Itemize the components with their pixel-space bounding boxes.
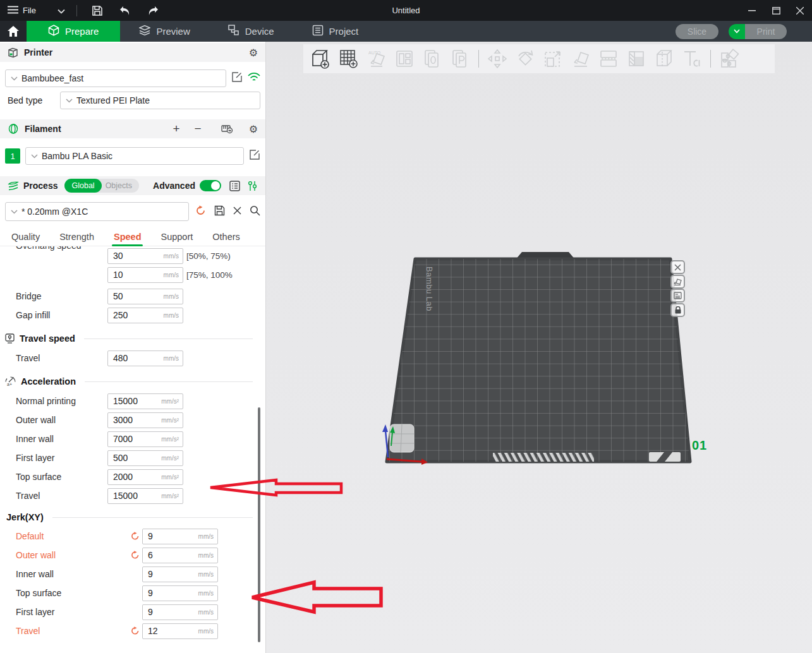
tab-device[interactable]: Device [209, 21, 293, 42]
close-button[interactable] [788, 0, 812, 21]
remove-filament-icon[interactable]: − [195, 122, 202, 136]
tab-support[interactable]: Support [161, 232, 193, 242]
filament-section-header: Filament + − ⚙ [0, 119, 265, 138]
gap-infill-input[interactable]: 250 mm/s [107, 308, 183, 323]
redo-button[interactable] [144, 3, 162, 18]
maximize-button[interactable] [764, 0, 788, 21]
undo-button[interactable] [116, 3, 134, 18]
printer-preset-value: Bambubee_fast [21, 73, 83, 83]
jerk-section: Jerk(XY) [0, 508, 265, 527]
accel-top-surface-row: Top surface 2000mm/s² [0, 467, 265, 486]
search-preset-icon[interactable] [250, 205, 260, 219]
travel-speed-section: Travel speed [0, 328, 265, 349]
advanced-label: Advanced [153, 181, 195, 191]
tab-prepare[interactable]: Prepare [27, 21, 120, 42]
tab-label: Prepare [65, 26, 99, 37]
overhang-speed-row-2: 10 mm/s [75%, 100% [0, 265, 265, 284]
bed-type-label: Bed type [8, 95, 60, 105]
travel-speed-input[interactable]: 480 mm/s [107, 350, 183, 366]
printer-icon [8, 47, 18, 58]
slice-button[interactable]: Slice [676, 24, 718, 39]
accel-outer-wall-row: Outer wall 3000mm/s² [0, 410, 265, 429]
jerk-first-layer-row: First layer 9mm/s [0, 602, 265, 621]
jerk-outer-wall-row: Outer wall 6mm/s [0, 546, 265, 565]
print-button[interactable]: Print [745, 24, 787, 39]
svg-text:a+: a+ [7, 382, 12, 386]
plate-settings-button[interactable] [670, 289, 685, 303]
accel-inner-wall-input[interactable]: 7000mm/s² [107, 431, 183, 447]
accel-normal-input[interactable]: 15000mm/s² [107, 393, 183, 409]
reset-jerk-default-icon[interactable] [128, 532, 142, 541]
tab-speed[interactable]: Speed [114, 232, 142, 242]
plate-hatch-mark [493, 453, 594, 462]
scope-global[interactable]: Global [64, 179, 101, 193]
filament-slot-badge[interactable]: 1 [5, 148, 20, 164]
acceleration-section: a+ Acceleration [0, 371, 265, 392]
jerk-top-surface-input[interactable]: 9mm/s [142, 585, 218, 601]
acceleration-icon: a+ [5, 376, 16, 387]
printer-settings-gear-icon[interactable]: ⚙ [249, 47, 258, 59]
jerk-travel-row: Travel 12mm/s [0, 621, 265, 640]
printer-section-header: Printer ⚙ [0, 43, 265, 62]
3d-viewport[interactable]: AUTO [266, 42, 812, 653]
prepare-icon [48, 25, 59, 38]
save-preset-icon[interactable] [214, 205, 225, 219]
filament-settings-gear-icon[interactable]: ⚙ [249, 123, 258, 135]
accel-top-surface-input[interactable]: 2000mm/s² [107, 469, 183, 485]
process-preset-select[interactable]: * 0.20mm @X1C [5, 202, 189, 221]
chevron-down-icon[interactable] [58, 5, 65, 16]
arrange-plate-button[interactable] [670, 275, 685, 289]
overhang-speed-input-2[interactable]: 10 mm/s [107, 267, 183, 283]
process-scope-toggle[interactable]: Global Objects [64, 179, 139, 193]
tab-others[interactable]: Others [212, 232, 240, 242]
wifi-icon[interactable] [248, 73, 260, 85]
reset-jerk-travel-icon[interactable] [128, 626, 142, 635]
jerk-top-surface-row: Top surface 9mm/s [0, 584, 265, 602]
save-button[interactable] [88, 3, 106, 18]
ams-settings-icon[interactable] [221, 124, 233, 134]
lock-plate-button[interactable] [670, 303, 685, 317]
parameter-list-icon[interactable] [229, 181, 240, 191]
jerk-inner-wall-input[interactable]: 9mm/s [142, 566, 218, 582]
tab-preview[interactable]: Preview [120, 21, 209, 42]
tab-quality[interactable]: Quality [11, 232, 40, 242]
add-filament-icon[interactable]: + [173, 122, 179, 136]
home-button[interactable] [0, 21, 27, 42]
travel-speed-row: Travel 480 mm/s [0, 349, 265, 368]
filament-icon [8, 124, 19, 134]
edit-filament-icon[interactable] [249, 149, 260, 163]
bed-type-select[interactable]: Textured PEI Plate [60, 92, 260, 109]
print-dropdown-button[interactable] [729, 24, 745, 39]
minimize-button[interactable] [740, 0, 764, 21]
build-plate[interactable]: Bambu Lab [266, 42, 812, 653]
jerk-first-layer-input[interactable]: 9mm/s [142, 604, 218, 620]
overhang-speed-input-1[interactable]: 30 mm/s [107, 248, 183, 264]
parameter-tune-icon[interactable] [247, 181, 258, 191]
tab-project[interactable]: Project [293, 21, 378, 42]
delete-plate-button[interactable] [670, 260, 685, 274]
settings-sidebar: Printer ⚙ Bambubee_fast Bed type [0, 42, 266, 653]
reset-preset-icon[interactable] [195, 205, 206, 219]
accel-travel-input[interactable]: 15000mm/s² [107, 488, 183, 504]
delete-preset-icon[interactable] [233, 206, 241, 217]
edit-printer-icon[interactable] [231, 71, 243, 85]
gap-infill-row: Gap infill 250 mm/s [0, 306, 265, 325]
sidebar-scrollbar[interactable] [258, 407, 260, 642]
process-section-title: Process [23, 181, 58, 191]
filament-section-title: Filament [25, 124, 61, 134]
reset-jerk-outer-wall-icon[interactable] [128, 551, 142, 560]
scope-objects[interactable]: Objects [102, 181, 139, 190]
jerk-default-input[interactable]: 9mm/s [142, 529, 218, 544]
tab-strength[interactable]: Strength [59, 232, 94, 242]
bed-type-value: Textured PEI Plate [76, 95, 150, 105]
jerk-travel-input[interactable]: 12mm/s [142, 623, 218, 639]
bridge-input[interactable]: 50 mm/s [107, 289, 183, 304]
advanced-toggle[interactable] [200, 180, 221, 191]
jerk-outer-wall-input[interactable]: 6mm/s [142, 548, 218, 563]
accel-first-layer-input[interactable]: 500mm/s² [107, 450, 183, 466]
printer-preset-select[interactable]: Bambubee_fast [5, 69, 226, 87]
accel-outer-wall-input[interactable]: 3000mm/s² [107, 412, 183, 428]
printer-section-title: Printer [24, 47, 52, 57]
file-menu-button[interactable]: File [8, 5, 36, 16]
filament-preset-select[interactable]: Bambu PLA Basic [25, 147, 244, 165]
